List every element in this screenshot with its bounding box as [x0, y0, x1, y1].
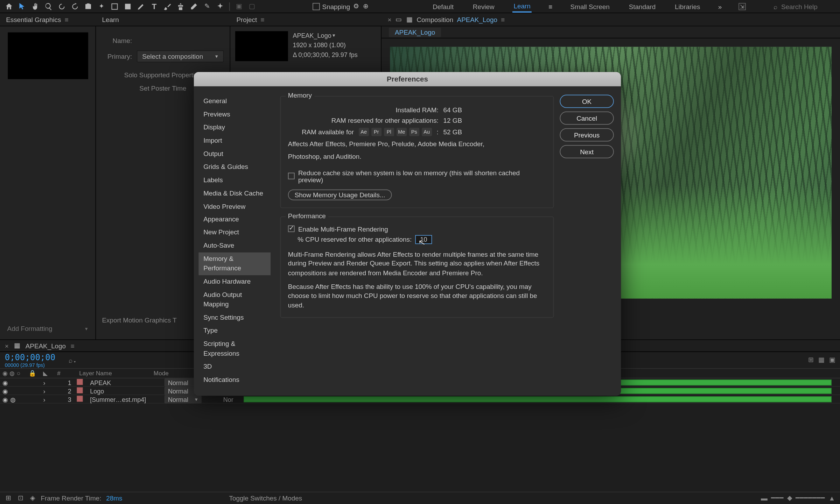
workspace-learn[interactable]: Learn: [512, 0, 532, 12]
timeline-switches-icon[interactable]: ⊞: [5, 494, 12, 502]
comp-flowchart-tab[interactable]: APEAK_Logo: [382, 26, 840, 38]
project-tab[interactable]: Project≡: [230, 13, 382, 26]
audio-toggle-icon[interactable]: ◍: [10, 396, 16, 403]
lock-column-icon[interactable]: 🔒: [29, 370, 41, 377]
pref-category-notifications[interactable]: Notifications: [198, 373, 271, 386]
workspace-standard[interactable]: Standard: [628, 1, 657, 12]
cancel-button[interactable]: Cancel: [560, 112, 614, 125]
essential-graphics-tab[interactable]: Essential Graphics≡: [0, 13, 96, 26]
pan-behind-tool-icon[interactable]: ✦: [95, 0, 108, 12]
zoom-tool-icon[interactable]: [42, 0, 55, 12]
clone-stamp-tool-icon[interactable]: [174, 0, 187, 12]
comp-mini-flowchart-icon[interactable]: ▣: [829, 356, 835, 364]
composition-tab[interactable]: × ▭ ▦ Composition APEAK_Logo ≡: [382, 13, 840, 26]
mode-column[interactable]: Mode: [154, 370, 196, 377]
show-memory-details-button[interactable]: Show Memory Usage Details...: [288, 189, 392, 200]
eye-toggle-icon[interactable]: ◉: [2, 379, 8, 386]
pref-category-audio-hardware[interactable]: Audio Hardware: [198, 275, 271, 289]
reserved-ram-value[interactable]: 12 GB: [443, 117, 462, 124]
fill-stroke-icon[interactable]: ▣: [232, 0, 245, 12]
pref-category-audio-output-mapping[interactable]: Audio Output Mapping: [198, 289, 271, 311]
pref-category-auto-save[interactable]: Auto-Save: [198, 240, 271, 253]
mask-tool-icon[interactable]: [108, 0, 121, 12]
track-matte[interactable]: Nor: [223, 396, 241, 403]
render-queue-icon[interactable]: ▦: [818, 356, 824, 364]
timeline-search-icon[interactable]: ⌕▾: [69, 356, 77, 364]
workspace-menu-icon[interactable]: ≡: [548, 3, 552, 10]
learn-tab[interactable]: Learn: [96, 13, 230, 26]
shape-tool-icon[interactable]: [121, 0, 134, 12]
eraser-tool-icon[interactable]: [187, 0, 201, 12]
workspace-default[interactable]: Default: [432, 1, 455, 12]
cpu-reserved-input[interactable]: [415, 235, 432, 244]
selection-tool-icon[interactable]: [16, 0, 29, 12]
workspace-libraries[interactable]: Libraries: [674, 1, 701, 12]
pref-category-output[interactable]: Output: [198, 147, 271, 161]
timeline-layer-row[interactable]: ◉◍›3[Summer…est.mp4]Normal▾Nor: [0, 395, 840, 404]
pref-category-import[interactable]: Import: [198, 134, 271, 148]
layer-name[interactable]: [Summer…est.mp4]: [90, 396, 162, 403]
share-icon[interactable]: ⇲: [738, 3, 746, 10]
close-icon[interactable]: ×: [387, 16, 391, 23]
snapping-magnet-icon[interactable]: ⊕: [362, 3, 370, 10]
audio-column-icon[interactable]: ◍: [9, 370, 15, 377]
rotate-tool-icon[interactable]: [68, 0, 82, 12]
timeline-blend-icon[interactable]: ◈: [29, 494, 36, 502]
pref-category-labels[interactable]: Labels: [198, 174, 271, 187]
pref-category-type[interactable]: Type: [198, 324, 271, 338]
workspace-overflow-icon[interactable]: »: [718, 3, 722, 10]
brush-tool-icon[interactable]: [161, 0, 174, 12]
pref-category-display[interactable]: Display: [198, 121, 271, 134]
pref-category-scripting-expressions[interactable]: Scripting & Expressions: [198, 338, 271, 360]
shy-column-icon[interactable]: ◣: [43, 370, 51, 377]
pref-category-grids-guides[interactable]: Grids & Guides: [198, 161, 271, 174]
pref-category-memory-performance[interactable]: Memory & Performance: [198, 253, 271, 275]
layer-bar-area[interactable]: [244, 395, 838, 403]
pref-category-new-project[interactable]: New Project: [198, 226, 271, 240]
type-tool-icon[interactable]: T: [148, 0, 161, 12]
home-icon[interactable]: [2, 0, 16, 12]
graph-editor-icon[interactable]: ⊞: [808, 356, 813, 364]
next-button[interactable]: Next: [560, 145, 614, 158]
ok-button[interactable]: OK: [560, 95, 614, 108]
reduce-cache-checkbox[interactable]: Reduce cache size when system is low on …: [288, 169, 546, 183]
layer-name[interactable]: Logo: [90, 387, 162, 395]
enable-mfr-checkbox[interactable]: Enable Multi-Frame Rendering: [288, 225, 546, 233]
stroke-icon[interactable]: ▢: [245, 0, 259, 12]
hand-tool-icon[interactable]: [29, 0, 42, 12]
search-help-input[interactable]: [781, 3, 835, 10]
pref-category-appearance[interactable]: Appearance: [198, 213, 271, 226]
twirl-icon[interactable]: ›: [43, 379, 51, 386]
eye-toggle-icon[interactable]: ◉: [2, 396, 8, 403]
camera-tool-icon[interactable]: [82, 0, 95, 12]
pref-category-media-disk-cache[interactable]: Media & Disk Cache: [198, 187, 271, 200]
pref-category-video-preview[interactable]: Video Preview: [198, 200, 271, 213]
lock-icon[interactable]: ▭: [395, 16, 402, 23]
pref-category-previews[interactable]: Previews: [198, 108, 271, 121]
pref-category-3d[interactable]: 3D: [198, 360, 271, 374]
eye-toggle-icon[interactable]: ◉: [2, 387, 8, 395]
workspace-review[interactable]: Review: [471, 1, 496, 12]
snapping-options-icon[interactable]: ⚙: [352, 3, 360, 10]
panel-menu-icon[interactable]: ≡: [260, 16, 264, 23]
workspace-small-screen[interactable]: Small Screen: [569, 1, 611, 12]
puppet-tool-icon[interactable]: [214, 0, 227, 12]
snapping-toggle[interactable]: Snapping ⚙ ⊕: [313, 3, 369, 10]
add-formatting-dropdown[interactable]: Add Formatting▾: [4, 321, 92, 336]
toggle-switches-modes-button[interactable]: Toggle Switches / Modes: [229, 494, 302, 502]
orbit-tool-icon[interactable]: [55, 0, 69, 12]
pref-category-general[interactable]: General: [198, 95, 271, 108]
primary-select[interactable]: Select a composition▾: [137, 50, 224, 62]
roto-brush-tool-icon[interactable]: ✎: [201, 0, 214, 12]
previous-button[interactable]: Previous: [560, 128, 614, 142]
pref-category-sync-settings[interactable]: Sync Settings: [198, 311, 271, 325]
panel-menu-icon[interactable]: ≡: [71, 342, 75, 349]
twirl-icon[interactable]: ›: [43, 387, 51, 395]
eye-column-icon[interactable]: ◉: [2, 370, 8, 377]
twirl-icon[interactable]: ›: [43, 396, 51, 403]
project-item[interactable]: APEAK_Logo▾ 1920 x 1080 (1.00) Δ 0;00;30…: [230, 26, 381, 66]
panel-menu-icon[interactable]: ≡: [501, 16, 505, 23]
layer-name[interactable]: APEAK: [90, 379, 162, 386]
blend-mode-select[interactable]: Normal▾: [164, 395, 202, 403]
close-icon[interactable]: ×: [5, 342, 9, 349]
